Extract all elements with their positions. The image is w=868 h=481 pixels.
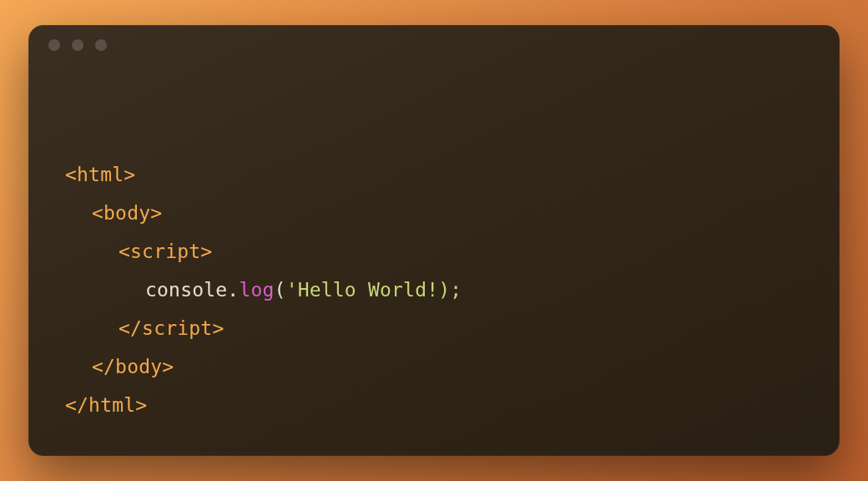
- body-close-tag: </body>: [92, 356, 174, 377]
- body-open-tag: <body>: [92, 202, 162, 224]
- script-close-tag: </script>: [119, 317, 224, 339]
- html-close-tag: </html>: [65, 394, 147, 416]
- code-line: <html>: [65, 155, 840, 194]
- script-open-tag: <script>: [119, 240, 212, 262]
- editor-window: <html> <body> <script> console.log('Hell…: [28, 25, 840, 456]
- maximize-icon[interactable]: [95, 39, 107, 51]
- code-line: </html>: [65, 386, 840, 424]
- code-editor[interactable]: <html> <body> <script> console.log('Hell…: [28, 65, 840, 424]
- log-method: log: [239, 279, 274, 301]
- close-icon[interactable]: [48, 39, 60, 51]
- html-open-tag: <html>: [65, 164, 135, 185]
- string-literal: 'Hello World!);: [286, 279, 462, 301]
- code-line: </script>: [65, 309, 840, 347]
- code-line: <body>: [65, 194, 840, 232]
- console-object: console: [145, 279, 227, 301]
- minimize-icon[interactable]: [72, 39, 83, 51]
- code-line: </body>: [65, 347, 840, 386]
- dot-operator: .: [227, 279, 239, 301]
- code-line: console.log('Hello World!);: [65, 271, 840, 309]
- code-line: <script>: [65, 232, 840, 271]
- window-titlebar: [28, 25, 840, 65]
- paren-open: (: [275, 279, 286, 301]
